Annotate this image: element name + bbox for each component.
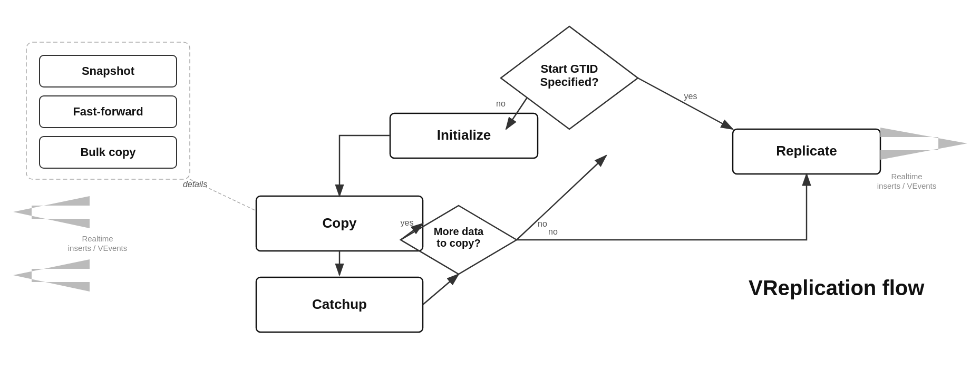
copy-label: Copy: [323, 215, 357, 231]
arrow-right: [880, 128, 967, 160]
details-connector: [190, 179, 256, 211]
initialize-to-copy-arrow: [339, 135, 390, 196]
more-data-line1: More data: [434, 226, 484, 237]
start-gtid-line1: Start GTID: [541, 62, 598, 75]
initialize-label: Initialize: [437, 127, 491, 143]
diagram-title: VReplication flow: [749, 276, 925, 299]
no-more-label2: no: [548, 227, 558, 236]
realtime-right-label1: Realtime: [891, 172, 922, 181]
replicate-label: Replicate: [776, 143, 837, 159]
diagram-container: Snapshot Fast-forward Bulk copy details …: [0, 0, 980, 369]
gtid-yes-arrow: [638, 78, 733, 129]
no-gtid-label: no: [496, 99, 506, 108]
realtime-left-top-label: Realtime: [82, 234, 113, 243]
yes-gtid-label: yes: [684, 92, 697, 101]
more-data-no-arrow: [517, 156, 606, 240]
snapshot-label: Snapshot: [82, 64, 135, 77]
realtime-right-label2: inserts / VEvents: [877, 181, 937, 190]
no-more-label: no: [538, 219, 547, 228]
arrow-left-bottom: [13, 259, 90, 292]
no-to-replicate-arrow: [517, 174, 807, 240]
yes-more-label: yes: [401, 218, 414, 227]
details-label: details: [183, 180, 207, 189]
catchup-to-diamond-arrow: [423, 274, 459, 305]
start-gtid-line2: Specified?: [540, 75, 598, 89]
catchup-label: Catchup: [312, 296, 367, 312]
flow-diagram: Snapshot Fast-forward Bulk copy details …: [0, 0, 980, 369]
fastforward-label: Fast-forward: [73, 105, 143, 118]
realtime-left-top-label2: inserts / VEvents: [68, 244, 128, 253]
more-data-line2: to copy?: [436, 237, 480, 249]
arrow-left-top: [13, 196, 90, 228]
bulkcopy-label: Bulk copy: [80, 145, 136, 159]
